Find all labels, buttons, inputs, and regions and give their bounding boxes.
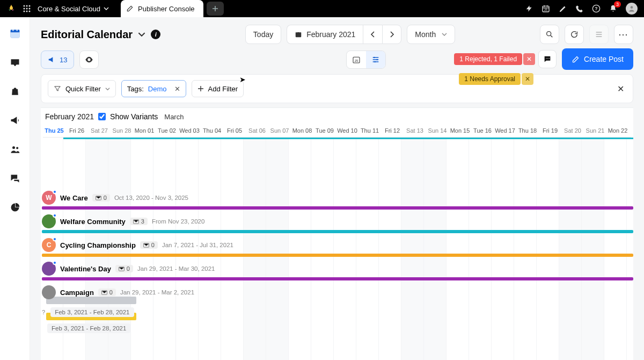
rail-megaphone-icon[interactable] — [9, 114, 21, 127]
svg-point-1 — [26, 5, 28, 7]
show-variants-label: Show Variants — [110, 112, 158, 121]
svg-point-18 — [16, 147, 18, 149]
view-toggle: 25 — [346, 51, 386, 69]
range-select[interactable]: Month — [407, 25, 455, 44]
day-header: Sat 06 — [246, 125, 268, 137]
timeline-month-label: February 2021 — [45, 112, 94, 121]
chevron-down-icon[interactable] — [138, 31, 145, 38]
refresh-icon — [570, 30, 579, 39]
alert-needs-approval[interactable]: 1 Needs Approval — [459, 73, 521, 85]
show-variants-checkbox[interactable] — [98, 113, 106, 120]
user-avatar[interactable] — [626, 3, 638, 15]
row-bar — [46, 297, 136, 304]
rail-inbox-icon[interactable] — [9, 56, 21, 69]
day-header: Thu 25 — [43, 125, 65, 137]
pencil-icon[interactable] — [559, 5, 567, 13]
row-count-chip[interactable]: 0 — [140, 241, 158, 249]
row-date-range: Oct 13, 2020 - Nov 3, 2025 — [114, 195, 188, 201]
row-name: We Care — [60, 194, 88, 202]
rail-calendar-icon[interactable] — [9, 27, 21, 40]
svg-point-26 — [546, 58, 546, 59]
timeline-row[interactable]: Campaign0Jan 29, 2021 - Mar 2, 2021 — [42, 280, 633, 304]
settings-view-toggle[interactable] — [366, 51, 385, 68]
calendar-num-icon: 25 — [352, 55, 361, 64]
notifications-icon[interactable]: 3 — [609, 4, 617, 13]
alert-rejected-close[interactable]: ✕ — [523, 53, 535, 65]
chevron-down-icon — [442, 32, 447, 37]
workspace-name: Core & Social Cloud — [38, 5, 100, 13]
svg-point-0 — [24, 5, 25, 7]
timeline-row[interactable]: Welfare Community3From Nov 23, 2020 — [42, 210, 633, 233]
tab-publisher-console[interactable]: Publisher Console — [121, 0, 203, 17]
day-header: Sat 27 — [88, 125, 111, 137]
workspace-switcher[interactable]: Core & Social Cloud — [38, 5, 109, 13]
dots-icon: ⋯ — [618, 28, 628, 40]
svg-point-28 — [549, 58, 550, 59]
today-divider — [63, 138, 633, 139]
day-header: Wed 17 — [494, 125, 516, 137]
alert-needs-approval-close[interactable]: ✕ — [522, 73, 533, 85]
posts-count-chip[interactable]: 13 — [41, 51, 74, 69]
create-post-button[interactable]: Create Post — [562, 48, 633, 70]
rail-people-icon[interactable] — [9, 143, 21, 156]
calendar-view-toggle[interactable]: 25 — [347, 51, 366, 68]
row-count-chip[interactable]: 0 — [92, 194, 110, 201]
period-label[interactable]: February 2021 — [287, 25, 363, 44]
timeline-subrow[interactable]: ?Feb 3, 2021 - Feb 28, 2021 — [42, 304, 633, 320]
add-filter-button[interactable]: Add Filter — [192, 80, 244, 97]
plus-icon — [211, 5, 219, 12]
row-name: Campaign — [60, 289, 94, 297]
rail-bag-icon[interactable] — [9, 85, 21, 98]
chevron-down-icon — [105, 87, 110, 91]
refresh-button[interactable] — [565, 25, 584, 44]
more-menu-button[interactable]: ⋯ — [614, 25, 633, 44]
info-icon[interactable]: i — [151, 30, 160, 39]
timeline-row[interactable]: WWe Care0Oct 13, 2020 - Nov 3, 2025 — [42, 186, 633, 210]
calendar-icon[interactable]: 25 — [541, 4, 550, 13]
row-avatar: C — [42, 238, 56, 252]
chevron-right-icon — [389, 31, 394, 38]
day-header: Thu 11 — [358, 125, 381, 137]
day-header: Fri 12 — [381, 125, 404, 137]
timeline-row[interactable]: Valentine's Day0Jan 29, 2021 - Mar 30, 2… — [42, 257, 633, 280]
row-count-chip[interactable]: 0 — [115, 265, 133, 272]
chat-button[interactable] — [538, 50, 557, 68]
row-date-range: Jan 29, 2021 - Mar 30, 2021 — [137, 265, 215, 272]
view-list-button[interactable] — [589, 25, 609, 44]
filter-tag-demo[interactable]: Tags: Demo ✕ — [121, 80, 186, 97]
app-launcher-icon[interactable] — [23, 4, 31, 13]
svg-rect-16 — [10, 32, 19, 38]
today-button[interactable]: Today — [245, 25, 281, 44]
prev-period-button[interactable] — [363, 25, 382, 44]
bolt-icon[interactable] — [525, 4, 533, 13]
new-tab-button[interactable] — [207, 2, 224, 16]
svg-point-8 — [29, 11, 31, 12]
brand-logo-icon[interactable] — [6, 4, 16, 13]
svg-point-7 — [26, 11, 28, 12]
row-avatar — [42, 214, 56, 228]
quick-filter[interactable]: Quick Filter — [48, 80, 116, 97]
next-period-button[interactable] — [382, 25, 401, 44]
remove-filter-icon[interactable]: ✕ — [174, 85, 180, 93]
timeline-row[interactable]: CCycling Championship0Jan 7, 2021 - Jul … — [42, 233, 633, 257]
svg-point-2 — [29, 5, 31, 7]
period-selector: February 2021 — [287, 25, 401, 44]
date-controls: Today February 2021 Month — [245, 25, 455, 44]
help-icon[interactable]: ? — [592, 4, 601, 13]
row-count-chip[interactable]: 0 — [98, 289, 116, 296]
compose-icon — [572, 55, 580, 63]
rail-pie-icon[interactable] — [9, 201, 21, 214]
visibility-chip[interactable] — [79, 51, 99, 69]
day-header: Mon 15 — [449, 125, 471, 137]
search-button[interactable] — [540, 25, 559, 44]
topbar: Core & Social Cloud Publisher Console 25… — [0, 0, 644, 17]
timeline-subrow[interactable]: Feb 3, 2021 - Feb 28, 2021 — [42, 320, 633, 336]
page-title: Editorial Calendar — [41, 28, 133, 41]
svg-point-24 — [377, 59, 378, 61]
rail-chat-icon[interactable] — [9, 172, 21, 185]
row-count-chip[interactable]: 3 — [130, 218, 148, 225]
alert-rejected[interactable]: 1 Rejected, 1 Failed — [454, 53, 522, 65]
timeline-header: February 2021 Show Variants March Thu 25… — [41, 108, 633, 138]
next-month-hint: March — [164, 113, 184, 121]
phone-icon[interactable] — [575, 5, 583, 13]
